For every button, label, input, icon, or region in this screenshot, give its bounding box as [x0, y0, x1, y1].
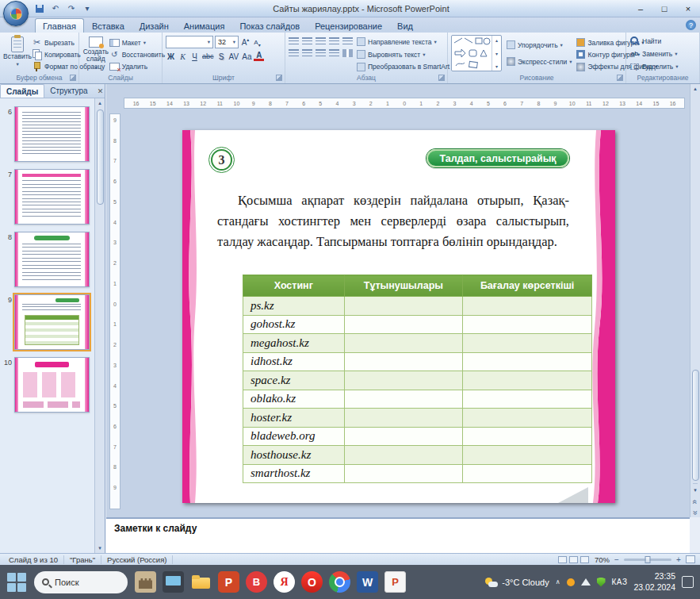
dialog-launcher-icon[interactable] [70, 75, 76, 81]
users-cell[interactable] [344, 371, 463, 390]
tab-Вид[interactable]: Вид [390, 19, 420, 33]
security-shield-icon[interactable] [597, 578, 606, 587]
replace-button[interactable]: Заменить▾ [629, 48, 696, 59]
layout-button[interactable]: Макет▾ [109, 37, 159, 48]
users-cell[interactable] [344, 297, 463, 316]
rating-cell[interactable] [463, 464, 592, 483]
fit-to-window-icon[interactable] [686, 555, 695, 563]
select-button[interactable]: Выделить▾ [629, 62, 696, 72]
taskbar-search[interactable]: Поиск [34, 571, 128, 593]
slide-callout[interactable]: Талдап, салыстырайық [427, 149, 569, 167]
rating-cell[interactable] [463, 390, 592, 409]
tab-slides-panel[interactable]: Слайды [0, 84, 44, 98]
slide-thumbnail-7[interactable]: 7 [2, 169, 94, 225]
copy-button[interactable]: Копировать [32, 49, 75, 60]
start-button[interactable] [6, 572, 27, 593]
align-right-icon[interactable] [316, 49, 326, 57]
language-switcher[interactable]: КАЗ [612, 578, 628, 586]
tab-Вставка[interactable]: Вставка [85, 19, 132, 33]
hosting-table[interactable]: ХостингТұтынушыларыБағалау көрсеткіші ps… [243, 275, 592, 483]
slideshow-icon[interactable] [580, 556, 589, 563]
scrollbar-thumb[interactable] [97, 109, 104, 205]
font-size-select[interactable]: 32▾ [215, 36, 239, 48]
scroll-up-icon[interactable]: ▴ [98, 98, 101, 108]
zoom-in-icon[interactable]: + [675, 555, 683, 564]
bold-button[interactable]: Ж [166, 51, 176, 62]
qat-dropdown-icon[interactable]: ▾ [81, 2, 94, 14]
increase-font-icon[interactable] [240, 36, 251, 48]
vk-icon[interactable]: В [246, 571, 267, 593]
format-painter-button[interactable]: Формат по образцу [32, 62, 75, 72]
users-cell[interactable] [344, 446, 463, 465]
slide-thumbnail-9[interactable]: 9 [2, 294, 94, 350]
rating-cell[interactable] [463, 427, 592, 446]
tab-Анимация[interactable]: Анимация [177, 19, 232, 33]
rating-cell[interactable] [463, 315, 592, 334]
normal-view-icon[interactable] [558, 556, 567, 563]
font-color-button[interactable]: А [254, 52, 264, 61]
close-button[interactable]: × [676, 0, 700, 17]
numbering-icon[interactable] [302, 37, 312, 45]
text-shadow-button[interactable]: S [216, 51, 227, 62]
arrange-button[interactable]: Упорядочить▾ [507, 39, 572, 51]
change-case-button[interactable]: Аа [241, 51, 252, 62]
text-direction-button[interactable]: Направление текста▾ [357, 36, 454, 48]
slide-thumbnail-canvas[interactable] [14, 357, 90, 413]
rating-cell[interactable] [463, 297, 592, 316]
italic-button[interactable]: К [178, 51, 188, 62]
file-explorer-icon[interactable] [190, 571, 212, 593]
rating-cell[interactable] [463, 446, 592, 465]
hosting-name-cell[interactable]: smarthost.kz [243, 464, 345, 483]
dialog-launcher-icon[interactable] [617, 75, 623, 81]
scroll-down-icon[interactable]: ▾ [98, 543, 101, 553]
powerpoint-file-icon[interactable]: P [384, 571, 406, 593]
vertical-ruler[interactable]: 9876543210123456789 [109, 113, 120, 509]
rating-cell[interactable] [463, 371, 592, 390]
theme-indicator[interactable]: "Грань" [64, 555, 101, 564]
shapes-gallery-scroll[interactable]: ▴▾▾ [492, 36, 501, 71]
wifi-icon[interactable] [581, 578, 591, 586]
underline-button[interactable]: Ч [189, 51, 200, 62]
increase-indent-icon[interactable] [329, 37, 339, 45]
slide-thumbnail-6[interactable]: 6 [2, 106, 94, 162]
hosting-name-cell[interactable]: bladeweb.org [243, 427, 345, 446]
chrome-icon[interactable] [329, 571, 350, 593]
hosting-name-cell[interactable]: hosthouse.kz [243, 446, 345, 465]
align-text-button[interactable]: Выровнять текст▾ [357, 49, 454, 60]
users-cell[interactable] [344, 427, 463, 446]
cut-button[interactable]: ✂Вырезать [32, 37, 75, 48]
character-spacing-button[interactable]: AV [228, 51, 240, 62]
new-slide-button[interactable]: Создать слайд▾ [82, 35, 109, 72]
columns-icon[interactable] [342, 49, 353, 57]
align-left-icon[interactable] [289, 49, 299, 57]
shapes-gallery[interactable]: ▴▾▾ [451, 35, 502, 71]
close-icon[interactable]: ✕ [94, 84, 108, 98]
dialog-launcher-icon[interactable] [276, 75, 282, 81]
quick-styles-button[interactable]: Экспресс-стили▾ [507, 56, 572, 67]
zoom-slider-thumb[interactable] [645, 556, 651, 563]
users-cell[interactable] [344, 334, 463, 353]
delete-slide-button[interactable]: Удалить [109, 62, 159, 72]
font-name-select[interactable]: ▾ [166, 36, 213, 48]
action-center-icon[interactable] [682, 576, 694, 588]
rating-cell[interactable] [463, 409, 592, 428]
tab-Показ слайдов[interactable]: Показ слайдов [232, 19, 307, 33]
powerpoint-icon[interactable]: P [218, 571, 239, 593]
castle-app-icon[interactable] [135, 571, 156, 593]
maximize-button[interactable]: □ [652, 0, 676, 17]
vertical-scrollbar[interactable]: ▴ ▾ « « [690, 84, 700, 517]
slide-thumbnail-canvas[interactable] [14, 106, 90, 162]
hosting-name-cell[interactable]: megahost.kz [243, 334, 345, 353]
zoom-slider[interactable] [624, 559, 671, 561]
slide-sorter-icon[interactable] [569, 556, 578, 563]
hosting-name-cell[interactable]: space.kz [243, 371, 345, 390]
hosting-name-cell[interactable]: hoster.kz [243, 409, 345, 428]
users-cell[interactable] [344, 352, 463, 371]
help-icon[interactable]: ? [686, 20, 696, 30]
slide-thumbnail-canvas[interactable] [14, 294, 90, 350]
tab-Рецензирование[interactable]: Рецензирование [308, 19, 389, 33]
bullets-icon[interactable] [289, 37, 299, 45]
paste-button[interactable]: Вставить▾ [3, 35, 32, 72]
minimize-button[interactable]: – [629, 0, 652, 17]
opera-icon[interactable]: O [301, 571, 323, 593]
